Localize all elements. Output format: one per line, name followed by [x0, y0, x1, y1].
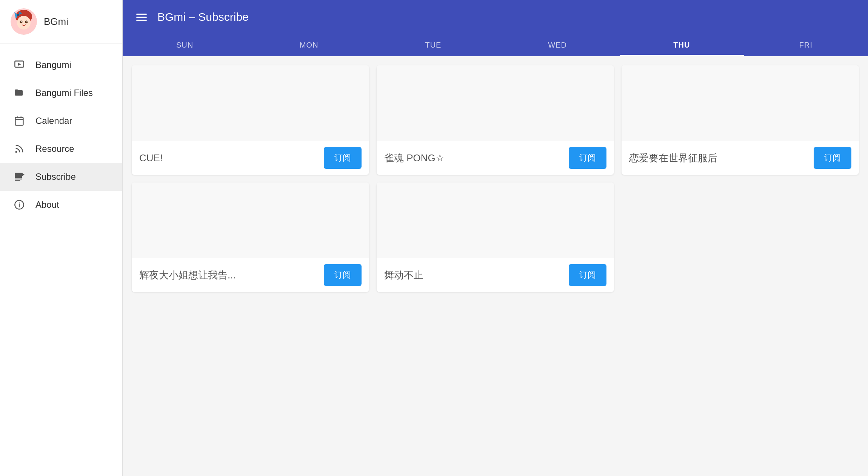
subscribe-icon	[14, 171, 25, 182]
sidebar-item-bangumi-files[interactable]: Bangumi Files	[0, 79, 122, 107]
card-kaguya: 辉夜大小姐想让我告... 订阅	[132, 182, 369, 292]
cards-grid: CUE! 订阅 雀魂 PONG☆ 订阅 恋爱要在世界征服后 订阅	[132, 65, 859, 292]
sidebar-item-label-calendar: Calendar	[35, 116, 72, 126]
card-title-4: 辉夜大小姐想让我告...	[139, 269, 319, 282]
content-area: CUE! 订阅 雀魂 PONG☆ 订阅 恋爱要在世界征服后 订阅	[123, 56, 868, 476]
svg-point-2	[17, 16, 31, 29]
sidebar-item-about[interactable]: About	[0, 191, 122, 219]
play-icon	[14, 59, 25, 71]
rss-icon	[14, 143, 25, 155]
card-thumbnail-2	[377, 65, 614, 141]
svg-rect-17	[15, 173, 22, 178]
card-footer-3: 恋爱要在世界征服后 订阅	[622, 141, 859, 175]
sidebar-item-calendar[interactable]: Calendar	[0, 107, 122, 135]
tab-wed[interactable]: WED	[496, 34, 620, 56]
calendar-icon	[14, 115, 25, 127]
svg-point-6	[26, 21, 27, 22]
card-cue: CUE! 订阅	[132, 65, 369, 175]
card-title-3: 恋爱要在世界征服后	[629, 151, 809, 165]
card-thumbnail-3	[622, 65, 859, 141]
card-footer-2: 雀魂 PONG☆ 订阅	[377, 141, 614, 175]
avatar	[11, 8, 37, 35]
card-renai: 恋爱要在世界征服后 订阅	[622, 65, 859, 175]
sidebar-item-subscribe[interactable]: Subscribe	[0, 163, 122, 191]
sidebar-item-resource[interactable]: Resource	[0, 135, 122, 163]
subscribe-button-3[interactable]: 订阅	[814, 147, 851, 169]
tab-fri[interactable]: FRI	[744, 34, 868, 56]
subscribe-button-4[interactable]: 订阅	[324, 264, 362, 286]
sidebar-username: BGmi	[44, 16, 68, 28]
svg-point-9	[17, 14, 19, 16]
svg-marker-18	[22, 173, 25, 176]
card-pong: 雀魂 PONG☆ 订阅	[377, 65, 614, 175]
card-thumbnail-4	[132, 182, 369, 258]
card-title-2: 雀魂 PONG☆	[384, 151, 564, 165]
sidebar-item-bangumi[interactable]: Bangumi	[0, 51, 122, 79]
tab-tue[interactable]: TUE	[371, 34, 495, 56]
svg-point-5	[21, 21, 22, 22]
card-footer-1: CUE! 订阅	[132, 141, 369, 175]
tab-thu[interactable]: THU	[620, 34, 744, 56]
svg-point-3	[20, 21, 23, 23]
tab-mon[interactable]: MON	[247, 34, 371, 56]
card-footer-4: 辉夜大小姐想让我告... 订阅	[132, 258, 369, 292]
sidebar-item-label-about: About	[35, 199, 59, 210]
svg-rect-12	[15, 117, 23, 125]
sidebar-item-label-subscribe: Subscribe	[35, 172, 76, 182]
topbar-title: BGmi – Subscribe	[157, 11, 249, 23]
main-content: BGmi – Subscribe SUN MON TUE WED THU FRI…	[123, 0, 868, 476]
subscribe-button-2[interactable]: 订阅	[569, 147, 606, 169]
tab-sun[interactable]: SUN	[123, 34, 247, 56]
sidebar-item-label-bangumi-files: Bangumi Files	[35, 88, 93, 98]
sidebar: BGmi Bangumi Bangumi Files	[0, 0, 123, 476]
topbar: BGmi – Subscribe	[123, 0, 868, 34]
card-footer-5: 舞动不止 订阅	[377, 258, 614, 292]
day-tabs: SUN MON TUE WED THU FRI	[123, 34, 868, 56]
sidebar-header: BGmi	[0, 0, 122, 43]
sidebar-nav: Bangumi Bangumi Files Calendar	[0, 43, 122, 476]
subscribe-button-1[interactable]: 订阅	[324, 147, 362, 169]
card-thumbnail-5	[377, 182, 614, 258]
card-title-1: CUE!	[139, 152, 319, 164]
svg-point-4	[25, 21, 28, 23]
card-dancing: 舞动不止 订阅	[377, 182, 614, 292]
svg-marker-11	[18, 63, 21, 66]
svg-point-16	[15, 151, 17, 153]
subscribe-button-5[interactable]: 订阅	[569, 264, 606, 286]
sidebar-item-label-bangumi: Bangumi	[35, 60, 71, 70]
menu-button[interactable]	[136, 14, 147, 21]
card-title-5: 舞动不止	[384, 269, 564, 282]
folder-icon	[14, 87, 25, 99]
card-thumbnail-1	[132, 65, 369, 141]
sidebar-item-label-resource: Resource	[35, 144, 74, 154]
info-icon	[14, 199, 25, 210]
